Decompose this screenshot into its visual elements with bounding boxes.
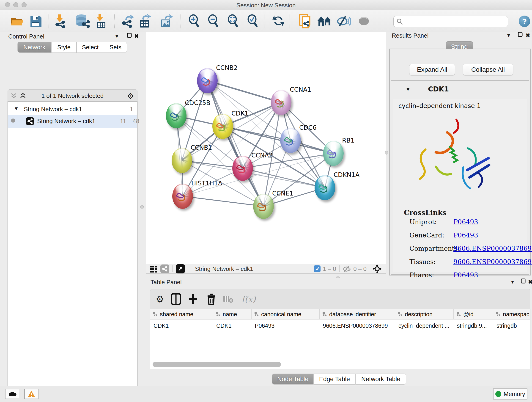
network-node-ccne1[interactable] xyxy=(253,194,274,219)
column-header-namespac[interactable]: namespac xyxy=(493,309,530,319)
tree-expand-triangle-icon[interactable]: ▼ xyxy=(14,106,19,112)
warning-status-button[interactable] xyxy=(24,389,38,399)
tab-node-table[interactable]: Node Table xyxy=(272,374,314,385)
scrollbar-thumb[interactable] xyxy=(152,362,281,367)
network-share-view-icon[interactable] xyxy=(160,264,169,273)
network-collection-row[interactable]: ▼ String Network – cdk1 1 xyxy=(8,103,137,116)
column-header-description[interactable]: description xyxy=(395,309,454,319)
column-type-icon xyxy=(254,312,259,316)
search-input[interactable] xyxy=(405,18,504,25)
network-node-ccna2[interactable] xyxy=(232,156,253,181)
import-table-button[interactable] xyxy=(93,13,109,29)
column-header-canonical-name[interactable]: canonical name xyxy=(252,309,320,319)
crosslink-link[interactable]: P06493 xyxy=(453,218,478,226)
zoom-in-button[interactable] xyxy=(186,13,203,29)
network-node-cdkn1a[interactable] xyxy=(315,175,335,200)
search-box xyxy=(393,16,508,27)
network-node-ccna1[interactable] xyxy=(271,90,291,115)
column-header-name[interactable]: name xyxy=(213,309,252,319)
network-selection-status-bar: 1 of 1 Network selected ⚙ xyxy=(7,89,138,101)
import-network-button[interactable] xyxy=(52,13,69,29)
selected-checkbox-icon[interactable] xyxy=(314,265,321,272)
tab-network[interactable]: Network xyxy=(17,42,51,53)
horizontal-scrollbar[interactable] xyxy=(152,362,529,367)
table-cell[interactable]: cyclin–dependent ... xyxy=(395,321,454,330)
create-column-icon[interactable] xyxy=(187,293,199,305)
import-network-from-database-button[interactable] xyxy=(74,13,91,29)
table-options-gear-icon[interactable]: ⚙ xyxy=(154,293,166,305)
network-node-cdc6[interactable] xyxy=(280,128,301,153)
collapse-all-button[interactable]: Collapse All xyxy=(463,64,513,75)
selected-node-edge-count: 1 – 0 xyxy=(323,265,336,273)
network-node-ccnb1[interactable] xyxy=(172,148,192,173)
first-neighbors-button[interactable] xyxy=(317,13,333,29)
crosslink-link[interactable]: P06493 xyxy=(453,231,478,239)
zoom-fit-button[interactable] xyxy=(225,13,241,29)
help-button[interactable]: ? xyxy=(519,16,530,27)
zoom-selected-button[interactable] xyxy=(245,13,261,29)
panel-collapse-icon[interactable]: ▾ xyxy=(511,279,514,285)
current-network-name: String Network – cdk1 xyxy=(195,265,253,273)
zoom-out-icon xyxy=(207,14,220,28)
node-label-ccnb2: CCNB2 xyxy=(216,64,238,71)
panel-float-icon[interactable] xyxy=(521,278,526,285)
eye-slash-icon xyxy=(336,14,351,28)
table-cell[interactable]: stringdb xyxy=(493,321,530,330)
table-cell[interactable]: P06493 xyxy=(252,321,320,330)
column-header-database-identifier[interactable]: database identifier xyxy=(320,309,395,319)
crosslink-link[interactable]: 9606.ENSP00000378699 xyxy=(453,245,532,252)
memory-button[interactable]: Memory xyxy=(493,389,527,400)
column-header-shared-name[interactable]: shared name xyxy=(150,309,213,319)
tab-network-table[interactable]: Network Table xyxy=(355,374,406,385)
open-session-button[interactable] xyxy=(9,13,25,29)
expand-all-button[interactable]: Expand All xyxy=(409,64,455,75)
network-options-gear-icon[interactable]: ⚙ xyxy=(127,91,134,101)
tab-select[interactable]: Select xyxy=(76,42,104,53)
window-title: Session: New Session xyxy=(0,2,532,9)
export-table-button[interactable] xyxy=(137,13,153,29)
panel-float-icon[interactable] xyxy=(127,32,132,39)
hide-selected-button[interactable] xyxy=(336,13,352,29)
birds-eye-view-icon[interactable] xyxy=(176,264,185,274)
export-network-button[interactable] xyxy=(119,13,136,29)
network-node-cdk1[interactable] xyxy=(212,114,233,139)
show-all-button[interactable] xyxy=(355,13,372,29)
panel-close-icon[interactable]: ✖ xyxy=(526,32,530,38)
node-attribute-table[interactable]: shared name name canonical name database… xyxy=(150,309,530,369)
network-node-hist1h1a[interactable] xyxy=(172,184,193,209)
network-node-ccnb2[interactable] xyxy=(197,68,218,93)
crosslink-link[interactable]: P06493 xyxy=(453,271,478,279)
panel-close-icon[interactable]: ✖ xyxy=(528,279,532,285)
column-header--id[interactable]: @id xyxy=(454,309,493,319)
table-cell[interactable]: CDK1 xyxy=(150,321,213,330)
show-columns-icon[interactable] xyxy=(170,293,182,305)
save-session-button[interactable] xyxy=(27,13,44,29)
network-node-cdc25b[interactable] xyxy=(166,103,186,128)
crosslink-link[interactable]: 9606.ENSP00000378699 xyxy=(453,258,532,266)
cloud-status-button[interactable] xyxy=(5,389,19,399)
zoom-out-button[interactable] xyxy=(205,13,222,29)
tab-sets[interactable]: Sets xyxy=(104,42,127,53)
pan-crosshair-icon[interactable] xyxy=(372,264,382,274)
section-collapse-triangle-icon[interactable]: ▼ xyxy=(405,86,411,92)
export-image-button[interactable] xyxy=(158,13,175,29)
delete-column-trash-icon[interactable] xyxy=(205,293,217,305)
left-splitter-handle[interactable] xyxy=(140,205,144,209)
panel-collapse-icon[interactable]: ▾ xyxy=(507,32,510,38)
column-type-icon xyxy=(496,312,500,316)
panel-close-icon[interactable]: ✖ xyxy=(134,33,139,39)
apply-layout-button[interactable] xyxy=(270,13,287,29)
panel-float-icon[interactable] xyxy=(518,32,523,38)
table-cell[interactable]: 9606.ENSP00000378699 xyxy=(320,321,395,330)
tab-style[interactable]: Style xyxy=(51,42,76,53)
memory-status-dot xyxy=(495,391,501,397)
table-cell[interactable]: stringdb:9... xyxy=(454,321,493,330)
network-node-rb1[interactable] xyxy=(323,141,344,166)
grid-view-icon[interactable] xyxy=(149,265,158,273)
tab-edge-table[interactable]: Edge Table xyxy=(314,374,355,385)
new-network-from-selection-button[interactable] xyxy=(297,13,313,29)
network-row[interactable]: String Network – cdk1 11 48 xyxy=(8,115,137,128)
table-cell[interactable]: CDK1 xyxy=(213,321,252,330)
panel-collapse-icon[interactable]: ▾ xyxy=(115,33,118,39)
network-view-canvas[interactable]: CCNB2 CCNA1 CDC25B CDK1 CDC6 RB1CCNB1 CC… xyxy=(146,32,386,264)
